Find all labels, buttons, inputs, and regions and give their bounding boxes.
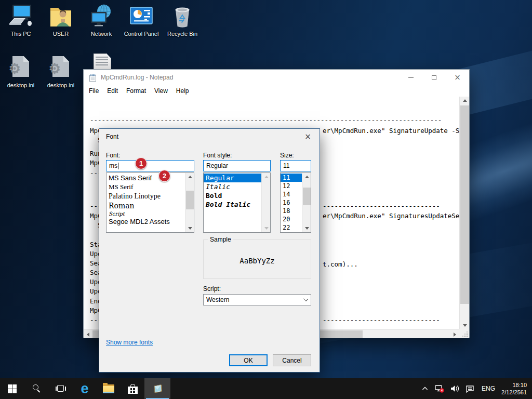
notepad-app-icon bbox=[88, 73, 97, 82]
scroll-down-icon[interactable] bbox=[460, 322, 469, 329]
font-size-option[interactable]: 12 bbox=[281, 182, 302, 190]
close-button[interactable]: × bbox=[446, 70, 469, 85]
desktop-icon-desktop-ini[interactable]: ⚙ desktop.ini bbox=[41, 55, 81, 89]
font-option[interactable]: MS Serif bbox=[107, 182, 185, 192]
dialog-title: Font bbox=[106, 133, 118, 140]
menu-edit[interactable]: Edit bbox=[103, 86, 122, 96]
language-indicator[interactable]: ENG bbox=[477, 378, 499, 399]
font-style-option[interactable]: Italic bbox=[204, 182, 261, 191]
font-list-scrollbar[interactable] bbox=[185, 173, 194, 232]
ok-button[interactable]: OK bbox=[229, 354, 268, 366]
font-size-option[interactable]: 14 bbox=[281, 190, 302, 198]
file-explorer-button[interactable] bbox=[97, 378, 121, 399]
notepad-taskbar-button[interactable] bbox=[144, 378, 170, 399]
font-name-input[interactable]: ms bbox=[106, 160, 194, 171]
scroll-left-icon[interactable] bbox=[84, 330, 92, 338]
speaker-icon bbox=[450, 384, 460, 393]
scrollbar-thumb[interactable] bbox=[303, 188, 311, 205]
font-label: Font: bbox=[106, 152, 120, 159]
font-size-option[interactable]: 18 bbox=[281, 207, 302, 215]
show-more-fonts-link[interactable]: Show more fonts bbox=[106, 339, 153, 346]
control-panel-icon bbox=[128, 4, 155, 29]
close-icon: × bbox=[454, 74, 461, 82]
font-option[interactable]: Palatino Linotype bbox=[107, 192, 185, 201]
vertical-scrollbar[interactable] bbox=[459, 97, 469, 329]
scroll-up-icon bbox=[262, 173, 271, 181]
font-size-option[interactable]: 11 bbox=[281, 174, 302, 182]
store-button[interactable] bbox=[121, 378, 144, 399]
action-center-button[interactable] bbox=[462, 378, 477, 399]
menu-format[interactable]: Format bbox=[122, 86, 150, 96]
notepad-text-line: er\MpCmdRun.exe" SignatureUpdate -S bbox=[323, 127, 459, 135]
ini-file-icon: ⚙ bbox=[47, 55, 74, 80]
desktop-icon-label: Recycle Bin bbox=[162, 31, 203, 37]
size-label: Size: bbox=[280, 152, 294, 159]
script-dropdown[interactable]: Western bbox=[203, 294, 311, 305]
menu-file[interactable]: File bbox=[85, 86, 103, 96]
font-size-list[interactable]: 11121416182022 bbox=[280, 172, 311, 233]
font-option[interactable]: Roman bbox=[107, 201, 185, 210]
scrollbar-thumb[interactable] bbox=[186, 191, 194, 209]
task-view-icon bbox=[56, 385, 66, 392]
font-size-option[interactable]: 20 bbox=[281, 215, 302, 223]
font-option[interactable]: Script bbox=[107, 210, 185, 217]
menu-help[interactable]: Help bbox=[172, 86, 193, 96]
notepad-text-line: ------------------------------ bbox=[323, 202, 440, 210]
style-list-scrollbar[interactable] bbox=[261, 173, 270, 232]
font-size-option[interactable]: 22 bbox=[281, 223, 302, 232]
start-button[interactable] bbox=[0, 378, 24, 399]
edge-icon: e bbox=[81, 382, 88, 396]
scroll-down-icon[interactable] bbox=[302, 224, 311, 232]
store-icon bbox=[128, 384, 138, 394]
network-disconnected-icon bbox=[434, 384, 445, 393]
font-size-option[interactable]: 16 bbox=[281, 198, 302, 207]
font-style-option[interactable]: Bold Italic bbox=[204, 200, 261, 209]
task-view-button[interactable] bbox=[49, 378, 73, 399]
sample-groupbox: Sample AaBbYyZz bbox=[203, 240, 311, 279]
size-list-scrollbar[interactable] bbox=[302, 173, 311, 232]
minimize-button[interactable] bbox=[399, 70, 422, 85]
font-option[interactable]: Segoe MDL2 Assets bbox=[107, 217, 185, 226]
ini-file-icon: ⚙ bbox=[7, 55, 34, 80]
desktop-icon-control-panel[interactable]: Control Panel bbox=[121, 4, 162, 37]
font-size-input[interactable]: 11 bbox=[280, 160, 311, 171]
resize-grip[interactable] bbox=[459, 329, 469, 338]
desktop-icon-recycle-bin[interactable]: Recycle Bin bbox=[162, 4, 203, 37]
notepad-text-line: ----------------------------------------… bbox=[90, 116, 442, 124]
volume-button[interactable] bbox=[447, 378, 462, 399]
scroll-up-icon[interactable] bbox=[185, 173, 194, 181]
font-style-option[interactable]: Bold bbox=[204, 191, 261, 200]
notepad-titlebar[interactable]: MpCmdRun.log - Notepad × bbox=[84, 70, 469, 85]
cancel-button[interactable]: Cancel bbox=[273, 354, 311, 366]
search-icon bbox=[33, 384, 41, 393]
action-center-icon bbox=[465, 384, 475, 393]
notepad-app-icon bbox=[151, 382, 164, 395]
scroll-up-icon[interactable] bbox=[302, 173, 311, 181]
dialog-close-button[interactable]: × bbox=[296, 129, 320, 144]
font-style-list[interactable]: RegularItalicBoldBold Italic bbox=[203, 172, 271, 233]
search-button[interactable] bbox=[25, 378, 49, 399]
scroll-right-icon[interactable] bbox=[450, 330, 459, 338]
desktop-icon-user[interactable]: USER bbox=[41, 4, 81, 37]
desktop: This PC USER bbox=[0, 0, 532, 399]
menu-view[interactable]: View bbox=[150, 86, 172, 96]
network-icon bbox=[88, 4, 115, 29]
maximize-button[interactable] bbox=[422, 70, 446, 85]
taskbar: e bbox=[0, 378, 532, 399]
vertical-scrollbar-thumb[interactable] bbox=[460, 105, 469, 304]
font-list[interactable]: MS Sans SerifMS SerifPalatino LinotypeRo… bbox=[106, 172, 194, 233]
edge-button[interactable]: e bbox=[73, 378, 97, 399]
scroll-down-icon[interactable] bbox=[185, 224, 194, 232]
font-style-option[interactable]: Regular bbox=[204, 174, 261, 182]
network-status-button[interactable] bbox=[432, 378, 447, 399]
clock[interactable]: 18:10 2/12/2561 bbox=[499, 381, 532, 396]
desktop-icon-network[interactable]: Network bbox=[81, 4, 122, 37]
file-explorer-icon bbox=[103, 384, 114, 393]
desktop-icon-this-pc[interactable]: This PC bbox=[1, 4, 41, 37]
font-option[interactable]: MS Sans Serif bbox=[107, 174, 185, 182]
font-dialog-titlebar[interactable]: Font × bbox=[99, 129, 320, 144]
scroll-up-icon[interactable] bbox=[460, 97, 469, 104]
font-style-input[interactable]: Regular bbox=[203, 160, 271, 171]
tray-expand-button[interactable] bbox=[418, 378, 432, 399]
desktop-icon-desktop-ini[interactable]: ⚙ desktop.ini bbox=[1, 55, 41, 89]
